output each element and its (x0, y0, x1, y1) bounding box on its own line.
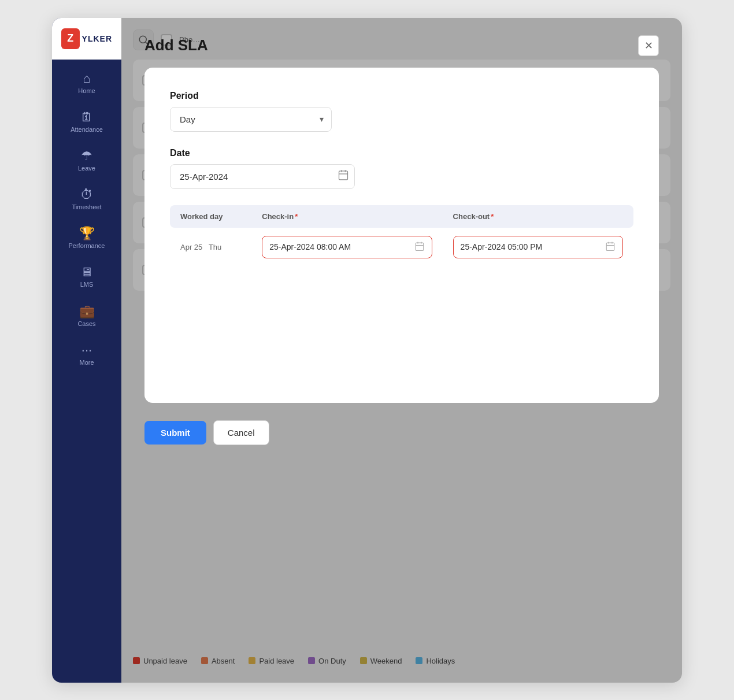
sidebar-logo: Z YLKER (52, 18, 121, 60)
row-check-out-cell: 25-Apr-2024 05:00 PM (443, 228, 633, 266)
modal-card: Period Day Week Month ▾ Date (144, 68, 659, 403)
app-container: Z YLKER ⌂ Home 🗓 Attendance ☂ Leave ⏱ Ti… (52, 18, 682, 683)
row-date-label: Apr 25 Thu (180, 243, 221, 251)
sidebar-label-performance: Performance (69, 242, 105, 250)
date-label: Date (170, 148, 633, 158)
modal-title: Add SLA (144, 36, 208, 54)
table-row: Apr 25 Thu 25-Apr-2024 08:00 AM (170, 228, 633, 266)
check-out-input[interactable]: 25-Apr-2024 05:00 PM (453, 236, 623, 258)
sidebar-label-attendance: Attendance (71, 126, 103, 134)
svg-rect-10 (606, 243, 614, 251)
period-section: Period Day Week Month ▾ (170, 91, 633, 132)
sidebar-item-leave[interactable]: ☂ Leave (52, 143, 121, 179)
check-in-calendar-icon[interactable] (414, 241, 425, 253)
sidebar-item-performance[interactable]: 🏆 Performance (52, 220, 121, 257)
sidebar-item-timesheet[interactable]: ⏱ Timesheet (52, 182, 121, 218)
sidebar-nav: ⌂ Home 🗓 Attendance ☂ Leave ⏱ Timesheet … (52, 60, 121, 386)
sidebar-label-timesheet: Timesheet (72, 203, 102, 211)
sidebar-label-lms: LMS (80, 281, 94, 288)
check-out-calendar-icon[interactable] (605, 241, 616, 253)
svg-rect-6 (416, 243, 424, 251)
col-worked-day: Worked day (170, 205, 251, 228)
logo-text: YLKER (82, 34, 112, 43)
submit-button[interactable]: Submit (144, 421, 206, 445)
sidebar-label-cases: Cases (77, 320, 95, 328)
period-label: Period (170, 91, 633, 101)
home-icon: ⌂ (83, 72, 90, 85)
check-in-value: 25-Apr-2024 08:00 AM (269, 242, 351, 251)
timesheet-icon: ⏱ (80, 188, 93, 201)
logo-icon: Z (61, 28, 80, 49)
date-section: Date (170, 148, 633, 189)
svg-rect-2 (339, 171, 348, 180)
sidebar-item-more[interactable]: ··· More (52, 337, 121, 373)
calendar-icon[interactable] (338, 169, 349, 184)
date-input-wrapper (170, 164, 355, 189)
sidebar-item-cases[interactable]: 💼 Cases (52, 298, 121, 335)
sla-table: Worked day Check-in* Check-out* (170, 205, 633, 266)
col-check-out: Check-out* (443, 205, 633, 228)
date-input[interactable] (170, 164, 355, 189)
sidebar-item-lms[interactable]: 🖥 LMS (52, 259, 121, 295)
sidebar-label-more: More (79, 359, 94, 366)
modal-footer: Submit Cancel (144, 420, 659, 445)
performance-icon: 🏆 (79, 227, 95, 240)
sidebar-label-home: Home (78, 87, 95, 95)
sidebar-item-attendance[interactable]: 🗓 Attendance (52, 104, 121, 140)
close-button[interactable]: ✕ (638, 35, 659, 56)
sidebar-item-home[interactable]: ⌂ Home (52, 65, 121, 102)
modal-overlay: Add SLA ✕ Period Day Week Month ▾ (121, 18, 682, 683)
required-star-checkin: * (295, 212, 298, 221)
period-select[interactable]: Day Week Month (170, 107, 332, 132)
period-select-wrapper: Day Week Month ▾ (170, 107, 332, 132)
leave-icon: ☂ (81, 150, 92, 162)
required-star-checkout: * (491, 212, 494, 221)
col-check-in: Check-in* (251, 205, 442, 228)
lms-icon: 🖥 (80, 266, 93, 279)
cancel-button[interactable]: Cancel (213, 420, 269, 445)
cases-icon: 💼 (79, 305, 95, 318)
attendance-icon: 🗓 (80, 111, 93, 124)
check-out-value: 25-Apr-2024 05:00 PM (461, 242, 543, 251)
main-content: Pho… (121, 18, 682, 683)
modal-title-bar: Add SLA ✕ (144, 35, 659, 56)
check-in-input[interactable]: 25-Apr-2024 08:00 AM (262, 236, 432, 258)
more-icon: ··· (81, 344, 92, 357)
sidebar-label-leave: Leave (78, 165, 95, 172)
row-date-cell: Apr 25 Thu (170, 228, 251, 266)
row-check-in-cell: 25-Apr-2024 08:00 AM (251, 228, 442, 266)
sidebar: Z YLKER ⌂ Home 🗓 Attendance ☂ Leave ⏱ Ti… (52, 18, 121, 683)
